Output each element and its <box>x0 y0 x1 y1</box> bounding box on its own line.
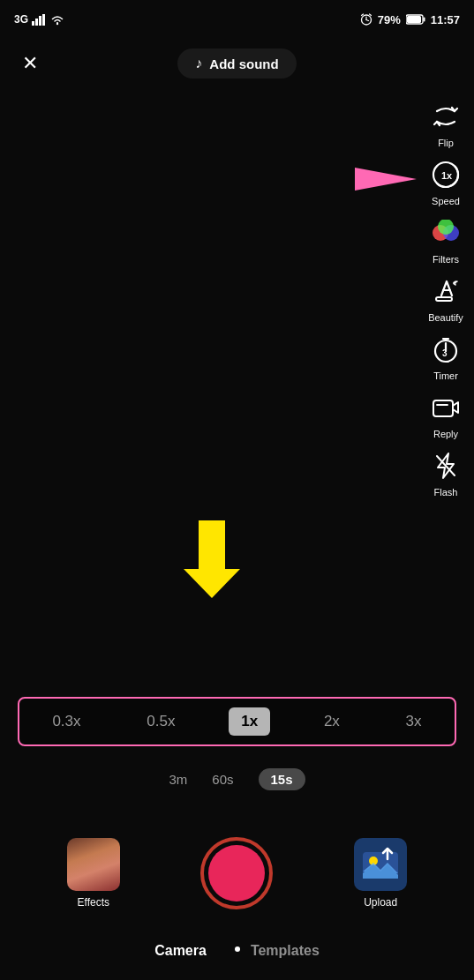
wifi-icon <box>49 14 65 26</box>
svg-rect-3 <box>42 14 45 26</box>
speed-option-05x[interactable]: 0.5x <box>134 707 187 736</box>
beautify-icon <box>426 272 465 310</box>
toolbar-item-beautify[interactable]: Beautify <box>426 272 465 323</box>
svg-text:3: 3 <box>442 348 448 358</box>
upload-icon-box <box>354 838 407 891</box>
speed-icon: 1x <box>426 155 465 194</box>
speed-option-03x[interactable]: 0.3x <box>40 707 93 736</box>
timer-label: Timer <box>433 370 458 381</box>
speed-option-1x[interactable]: 1x <box>229 707 270 736</box>
right-toolbar: Flip 1x Speed Filters <box>426 97 465 497</box>
battery-pct: 79% <box>378 13 401 26</box>
bottom-bar: Effects Upload <box>0 837 474 909</box>
flip-label: Flip <box>438 138 454 148</box>
svg-rect-12 <box>423 18 425 22</box>
music-icon: ♪ <box>195 56 202 71</box>
yellow-arrow-annotation <box>177 520 247 603</box>
filters-label: Filters <box>433 254 459 265</box>
duration-3m[interactable]: 3m <box>169 772 187 787</box>
duration-15s[interactable]: 15s <box>259 768 305 790</box>
toolbar-item-reply[interactable]: Reply <box>426 388 465 439</box>
reply-icon <box>426 388 465 427</box>
svg-line-7 <box>366 20 369 21</box>
svg-rect-25 <box>433 400 453 416</box>
toolbar-item-flash[interactable]: Flash <box>426 446 465 497</box>
alarm-icon <box>360 13 372 26</box>
nav-dot-indicator <box>235 946 240 952</box>
toolbar-item-flip[interactable]: Flip <box>426 97 465 148</box>
beautify-label: Beautify <box>428 312 463 323</box>
toolbar-item-speed[interactable]: 1x Speed <box>426 155 465 206</box>
effects-thumbnail <box>67 838 120 891</box>
speed-option-3x[interactable]: 3x <box>394 707 434 736</box>
svg-rect-2 <box>39 16 41 26</box>
flash-label: Flash <box>434 487 458 497</box>
duration-selector: 3m 60s 15s <box>0 768 474 790</box>
pink-arrow-annotation <box>350 157 421 196</box>
status-left: 3G <box>14 13 65 26</box>
svg-rect-1 <box>35 19 38 26</box>
record-button-outer[interactable] <box>200 837 273 909</box>
record-button-container <box>200 837 273 909</box>
flash-icon <box>426 446 465 485</box>
clock: 11:57 <box>431 13 460 26</box>
nav-tabs: Camera Templates <box>0 943 474 959</box>
duration-60s[interactable]: 60s <box>212 772 233 787</box>
svg-point-20 <box>453 281 456 285</box>
add-sound-label: Add sound <box>209 56 278 71</box>
reply-label: Reply <box>433 429 458 439</box>
svg-line-8 <box>361 14 363 16</box>
svg-marker-28 <box>355 168 417 191</box>
timer-icon: 3 <box>426 330 465 369</box>
flip-icon <box>426 97 465 136</box>
add-sound-button[interactable]: ♪ Add sound <box>177 49 296 79</box>
effects-face-preview <box>67 838 120 891</box>
svg-rect-0 <box>32 21 34 26</box>
svg-rect-19 <box>436 297 452 301</box>
effects-label: Effects <box>78 896 109 909</box>
speed-option-2x[interactable]: 2x <box>312 707 352 736</box>
close-button[interactable]: ✕ <box>14 48 46 79</box>
status-bar: 3G 79% 11:57 <box>0 0 474 39</box>
toolbar-item-filters[interactable]: Filters <box>426 213 465 265</box>
speed-label: Speed <box>432 196 460 206</box>
signal-icon: 3G <box>14 13 28 26</box>
signal-bars-icon <box>32 14 46 26</box>
battery-icon <box>406 14 425 25</box>
tab-templates[interactable]: Templates <box>251 943 320 959</box>
tab-camera[interactable]: Camera <box>154 943 207 959</box>
upload-label: Upload <box>364 896 397 909</box>
filters-icon <box>426 213 465 252</box>
svg-point-4 <box>56 22 58 24</box>
svg-line-9 <box>369 14 371 16</box>
upload-image-icon <box>361 847 400 882</box>
upload-button[interactable]: Upload <box>354 838 407 909</box>
toolbar-item-timer[interactable]: 3 Timer <box>426 330 465 381</box>
status-right: 79% 11:57 <box>360 13 460 26</box>
record-button[interactable] <box>208 845 265 901</box>
top-controls: ✕ ♪ Add sound <box>0 48 474 79</box>
camera-viewfinder <box>0 0 474 980</box>
svg-rect-11 <box>407 16 421 23</box>
svg-text:1x: 1x <box>441 170 453 181</box>
effects-button[interactable]: Effects <box>67 838 120 909</box>
speed-selector[interactable]: 0.3x 0.5x 1x 2x 3x <box>18 697 456 746</box>
